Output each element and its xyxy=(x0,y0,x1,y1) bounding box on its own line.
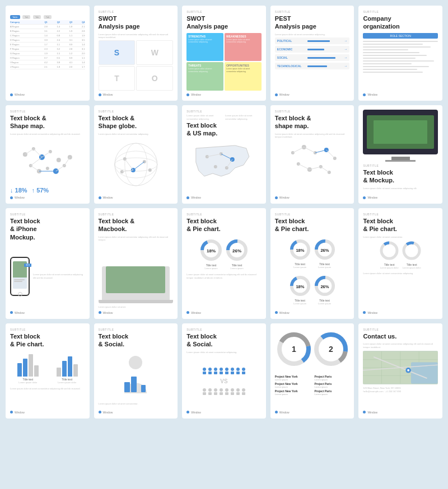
window-label: Window xyxy=(10,309,85,314)
svg-point-99 xyxy=(208,388,212,392)
shape-map2-svg xyxy=(275,139,350,184)
svg-point-22 xyxy=(114,151,157,178)
swot-w: W xyxy=(136,40,173,65)
org-line-6 xyxy=(363,55,427,56)
window-dot xyxy=(363,411,366,413)
tab-active[interactable]: Table xyxy=(10,15,20,19)
us-map-area xyxy=(186,140,262,194)
bar-7 xyxy=(68,356,72,377)
card-pie3: SUBTITLE Text block& Pie chart. Lorem ip… xyxy=(358,208,442,319)
card-title: Text block &shape map. xyxy=(275,114,350,130)
window-label: Window xyxy=(363,309,438,314)
project-list: Project New York Lorem ipsum Project Par… xyxy=(275,375,350,396)
pie-desc-3: Lorem ipsum xyxy=(290,302,311,305)
person-blue-6 xyxy=(230,367,235,375)
body-text: Lorem ipsum dolor sit amet consectetur a… xyxy=(33,273,85,279)
svg-rect-96 xyxy=(242,372,245,374)
pie-item-1: 18% Title text Lorem ipsum xyxy=(200,239,222,270)
subtitle: SUBTITLE xyxy=(10,328,85,331)
body-text: Lorem ipsum dolor sit amet consectetur a… xyxy=(363,342,438,349)
subtitle: SUBTITLE xyxy=(186,213,262,216)
project-col-1: Project New York Lorem ipsum xyxy=(275,375,310,381)
swot-weakness: WEAKNESSES Lorem ipsum dolor sit amet co… xyxy=(225,33,262,62)
window-label: Window xyxy=(10,91,85,96)
tab-3[interactable]: Tab xyxy=(44,15,52,19)
svg-point-73 xyxy=(381,243,397,258)
subtitle: SUBTITLE xyxy=(186,10,262,13)
contact-map xyxy=(363,351,438,384)
swot-o: O xyxy=(136,66,173,91)
window-label: Window xyxy=(99,309,174,314)
window-dot xyxy=(10,196,13,199)
window-label: Window xyxy=(99,194,174,199)
person-blue-1 xyxy=(202,367,207,375)
project-col-5: Project New York Lorem ipsum xyxy=(275,389,310,396)
window-text: Window xyxy=(367,311,377,314)
info-badge: INFO xyxy=(24,264,31,267)
big-pie-svg-1: 1 xyxy=(277,332,311,366)
pest-arrow-p: → xyxy=(344,39,347,43)
map2-area xyxy=(275,139,350,194)
card-social2: SUBTITLE Text block& Social. Lorem ipsum… xyxy=(182,323,266,419)
card-macbook: SUBTITLE Text block &Macbook. Lorem ipsu… xyxy=(94,208,178,319)
window-dot xyxy=(99,93,101,96)
pest-label-p: POLITICAL xyxy=(277,39,305,43)
window-dot xyxy=(186,196,189,199)
person-gray-5 xyxy=(225,388,229,396)
project-row-1: Project New York Lorem ipsum Project Par… xyxy=(275,375,350,381)
pest-arrow-s: → xyxy=(344,56,347,59)
svg-point-132 xyxy=(408,369,410,372)
window-dot xyxy=(275,411,278,413)
pie-svg-1: 18% xyxy=(200,239,222,261)
tab-2[interactable]: Tab xyxy=(33,15,41,19)
bar-8 xyxy=(73,364,78,377)
svg-point-7 xyxy=(46,167,49,170)
pest-row-e: ECONOMIC → xyxy=(275,46,350,53)
window-label: Window xyxy=(363,91,438,96)
window-label: Window xyxy=(186,408,262,414)
window-dot xyxy=(10,311,13,314)
svg-rect-90 xyxy=(225,372,228,374)
tab-1[interactable]: Tab xyxy=(22,15,30,19)
org-line-3 xyxy=(363,46,430,48)
window-dot xyxy=(275,93,278,96)
window-dot xyxy=(99,196,101,199)
svg-line-13 xyxy=(42,152,50,157)
window-label: Window xyxy=(275,309,350,314)
big-pie-svg-2: 2 xyxy=(314,332,348,366)
card-dual-pie: 1 2 Project New York Lorem ipsum Pr xyxy=(270,323,354,419)
svg-line-17 xyxy=(56,166,64,171)
svg-rect-112 xyxy=(242,392,245,395)
svg-text:18%: 18% xyxy=(296,284,304,289)
bar-pie-desc-2: Lorem ipsum dolor xyxy=(49,381,85,384)
subtitle: SUBTITLE xyxy=(186,328,262,331)
window-dot xyxy=(275,311,278,314)
svg-rect-94 xyxy=(236,372,240,374)
svg-text:2: 2 xyxy=(329,345,333,354)
project-loc-4: Lorem ipsum xyxy=(315,385,350,388)
phone-mock: INFO xyxy=(10,257,30,296)
swot-opportunity-label: OPPORTUNITIES xyxy=(226,64,260,67)
screen-content xyxy=(374,120,427,144)
window-label: Window xyxy=(275,194,350,199)
body-text: Lorem ipsum dolor sit amet consectetur a… xyxy=(363,187,438,190)
window-label: Window xyxy=(275,408,350,414)
pie-row-top: 18% Title text Lorem ipsum 26% Title tex… xyxy=(275,239,350,269)
swot-strength-label: STRENGTHS xyxy=(188,35,222,38)
window-text: Window xyxy=(367,411,377,414)
pest-label-t: TECHNOLOGICAL xyxy=(277,64,305,68)
svg-point-101 xyxy=(214,388,217,392)
window-label: Window xyxy=(275,91,350,96)
svg-point-95 xyxy=(242,368,245,371)
person-silhouette xyxy=(99,354,174,399)
vs-section: VS xyxy=(186,354,262,408)
org-line-9 xyxy=(363,63,412,64)
body-text: Lorem ipsum dolor sit amet consectetur. xyxy=(99,402,174,406)
project-loc-2: Lorem ipsum xyxy=(315,378,350,381)
body-text-top: Lorem ipsum dolor sit amet consectetur a… xyxy=(99,236,174,242)
svg-point-83 xyxy=(208,368,212,371)
subtitle: SUBTITLE xyxy=(99,110,174,113)
project-loc-6: Lorem ipsum xyxy=(315,393,350,396)
swot-opportunity: OPPORTUNITIES Lorem ipsum dolor sit amet… xyxy=(225,62,262,91)
card-data-table: Table Tab Tab Tab Category Q1 Q2 Q3 Q4 A… xyxy=(6,6,90,101)
